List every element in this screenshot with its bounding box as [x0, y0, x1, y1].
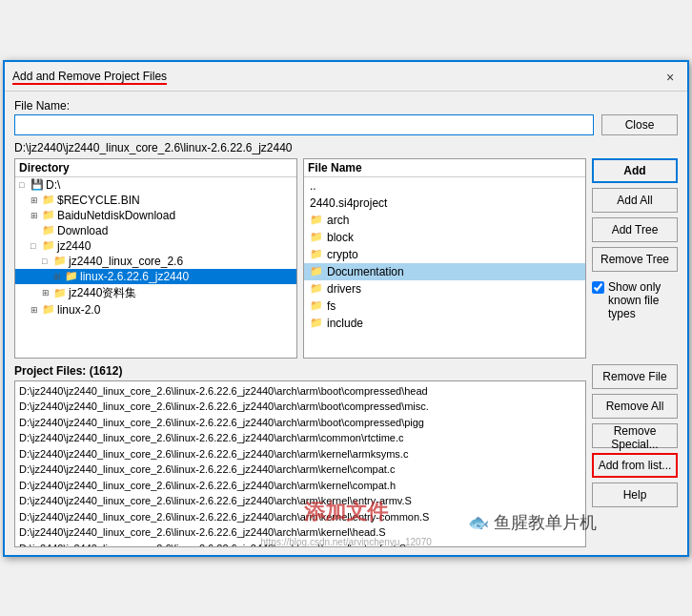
folder-icon: 📁: [310, 317, 323, 329]
folder-icon: 📁: [310, 299, 323, 312]
close-button[interactable]: Close: [601, 114, 678, 135]
tree-item[interactable]: ⊞ 📁 jz2440资料集: [15, 284, 296, 302]
expand-icon: ⊞: [42, 288, 51, 298]
file-list-item[interactable]: 📁 fs: [304, 298, 585, 315]
file-list-item[interactable]: 📁 drivers: [304, 280, 585, 298]
file-label: block: [327, 231, 354, 244]
project-file-item[interactable]: D:\jz2440\jz2440_linux_core_2.6\linux-2.…: [19, 462, 581, 478]
tree-item-label: BaiduNetdiskDownload: [57, 209, 175, 222]
file-list-item[interactable]: 2440.si4project: [304, 195, 585, 212]
tree-item-label: D:\: [46, 178, 60, 192]
title-bar: Add and Remove Project Files ×: [5, 62, 687, 92]
bottom-section: Project Files: (1612) D:\jz2440\jz2440_l…: [14, 364, 678, 547]
file-label: arch: [327, 214, 349, 227]
project-files-header: Project Files: (1612): [14, 364, 586, 378]
tree-item[interactable]: ⊞ 📁 $RECYCLE.BIN: [15, 193, 296, 208]
project-file-item[interactable]: D:\jz2440\jz2440_linux_core_2.6\linux-2.…: [19, 478, 581, 494]
directory-panel-header: Directory: [15, 159, 296, 177]
project-file-item[interactable]: D:\jz2440\jz2440_linux_core_2.6\linux-2.…: [19, 541, 581, 547]
add-all-button[interactable]: Add All: [592, 188, 678, 213]
project-files-list[interactable]: D:\jz2440\jz2440_linux_core_2.6\linux-2.…: [14, 380, 586, 547]
file-label: Documentation: [327, 265, 404, 278]
expand-icon: ⊞: [31, 195, 40, 205]
add-from-list-button[interactable]: Add from list...: [592, 453, 678, 478]
file-panel-content[interactable]: .. 2440.si4project 📁 arch 📁 block 📁: [304, 177, 585, 358]
folder-icon: 📁: [53, 255, 67, 267]
remove-special-button[interactable]: Remove Special...: [592, 423, 678, 448]
show-known-types-checkbox[interactable]: [592, 281, 604, 294]
folder-icon: 📁: [310, 248, 323, 260]
folder-icon: 📁: [310, 265, 323, 277]
directory-panel-content[interactable]: □ 💾 D:\ ⊞ 📁 $RECYCLE.BIN ⊞ 📁 BaiduNetdis…: [15, 177, 296, 358]
file-label: ..: [310, 179, 316, 193]
file-list-item[interactable]: 📁 include: [304, 315, 585, 332]
tree-item[interactable]: □ 📁 jz2440_linux_core_2.6: [15, 254, 296, 269]
dialog-content: File Name: Close D:\jz2440\jz2440_linux_…: [5, 92, 687, 555]
tree-item-label: jz2440_linux_core_2.6: [69, 255, 183, 268]
drive-icon: 💾: [31, 178, 44, 191]
project-file-item[interactable]: D:\jz2440\jz2440_linux_core_2.6\linux-2.…: [19, 383, 581, 400]
tree-item[interactable]: □ 📁 jz2440: [15, 238, 296, 254]
expand-icon: □: [31, 241, 40, 251]
project-file-item[interactable]: D:\jz2440\jz2440_linux_core_2.6\linux-2.…: [19, 430, 581, 446]
file-label: fs: [327, 299, 336, 313]
file-label: drivers: [327, 282, 361, 296]
file-label: include: [327, 317, 363, 330]
expand-icon: [31, 226, 40, 236]
show-known-types-label: Show only known file types: [608, 280, 678, 320]
file-label: 2440.si4project: [310, 196, 387, 210]
add-tree-button[interactable]: Add Tree: [592, 217, 678, 242]
project-files-section: Project Files: (1612) D:\jz2440\jz2440_l…: [14, 364, 586, 547]
folder-icon: 📁: [42, 209, 55, 221]
folder-icon: 📁: [42, 303, 55, 316]
panels-row: Directory □ 💾 D:\ ⊞ 📁 $RECYCLE.BIN ⊞: [14, 158, 678, 359]
project-file-item[interactable]: D:\jz2440\jz2440_linux_core_2.6\linux-2.…: [19, 415, 581, 431]
project-file-item[interactable]: D:\jz2440\jz2440_linux_core_2.6\linux-2.…: [19, 446, 581, 462]
folder-icon: 📁: [310, 231, 323, 243]
file-name-label: File Name:: [14, 99, 678, 113]
current-path: D:\jz2440\jz2440_linux_core_2.6\linux-2.…: [14, 141, 678, 154]
tree-item[interactable]: ⊞ 📁 BaiduNetdiskDownload: [15, 208, 296, 223]
file-panel: File Name .. 2440.si4project 📁 arch 📁 bl: [303, 158, 586, 359]
file-panel-header: File Name: [304, 159, 585, 177]
remove-file-button[interactable]: Remove File: [592, 364, 678, 389]
add-button[interactable]: Add: [592, 158, 678, 183]
remove-tree-button[interactable]: Remove Tree: [592, 247, 678, 272]
folder-icon: 📁: [310, 214, 323, 226]
window-close-button[interactable]: ×: [661, 68, 680, 87]
project-file-item[interactable]: D:\jz2440\jz2440_linux_core_2.6\linux-2.…: [19, 524, 581, 541]
tree-item-label: Download: [57, 224, 108, 237]
expand-icon: ⊞: [31, 211, 40, 220]
bottom-buttons-column: Remove File Remove All Remove Special...…: [592, 364, 678, 547]
file-list-item[interactable]: 📁 arch: [304, 212, 585, 229]
file-list-item-highlighted[interactable]: 📁 Documentation: [304, 263, 585, 280]
tree-item-label: jz2440: [57, 239, 91, 253]
project-file-item[interactable]: D:\jz2440\jz2440_linux_core_2.6\linux-2.…: [19, 493, 581, 509]
remove-all-button[interactable]: Remove All: [592, 394, 678, 419]
file-list-item[interactable]: 📁 crypto: [304, 246, 585, 263]
folder-icon: 📁: [42, 194, 55, 206]
file-name-input[interactable]: [14, 114, 594, 135]
project-file-item[interactable]: D:\jz2440\jz2440_linux_core_2.6\linux-2.…: [19, 399, 581, 415]
tree-item-label: jz2440资料集: [69, 285, 136, 301]
file-list-item[interactable]: ..: [304, 177, 585, 195]
tree-item-selected[interactable]: ⊞ 📁 linux-2.6.22.6_jz2440: [15, 269, 296, 284]
tree-item[interactable]: □ 💾 D:\: [15, 177, 296, 193]
action-buttons-column: Add Add All Add Tree Remove Tree Show on…: [592, 158, 678, 359]
expand-icon: □: [19, 180, 29, 190]
help-button[interactable]: Help: [592, 483, 678, 507]
dialog: Add and Remove Project Files × File Name…: [3, 60, 689, 557]
file-label: crypto: [327, 248, 358, 261]
file-list-item[interactable]: 📁 block: [304, 229, 585, 246]
project-file-item[interactable]: D:\jz2440\jz2440_linux_core_2.6\linux-2.…: [19, 509, 581, 525]
folder-icon: 📁: [65, 270, 78, 282]
folder-icon: 📁: [42, 239, 55, 252]
tree-item[interactable]: ⊞ 📁 linux-2.0: [15, 302, 296, 318]
tree-item-label: linux-2.6.22.6_jz2440: [80, 270, 189, 283]
show-known-types-row: Show only known file types: [592, 280, 678, 320]
folder-icon: 📁: [310, 282, 323, 295]
expand-icon: □: [42, 257, 51, 266]
directory-panel: Directory □ 💾 D:\ ⊞ 📁 $RECYCLE.BIN ⊞: [14, 158, 297, 359]
tree-item[interactable]: 📁 Download: [15, 223, 296, 238]
tree-item-label: $RECYCLE.BIN: [57, 194, 140, 207]
